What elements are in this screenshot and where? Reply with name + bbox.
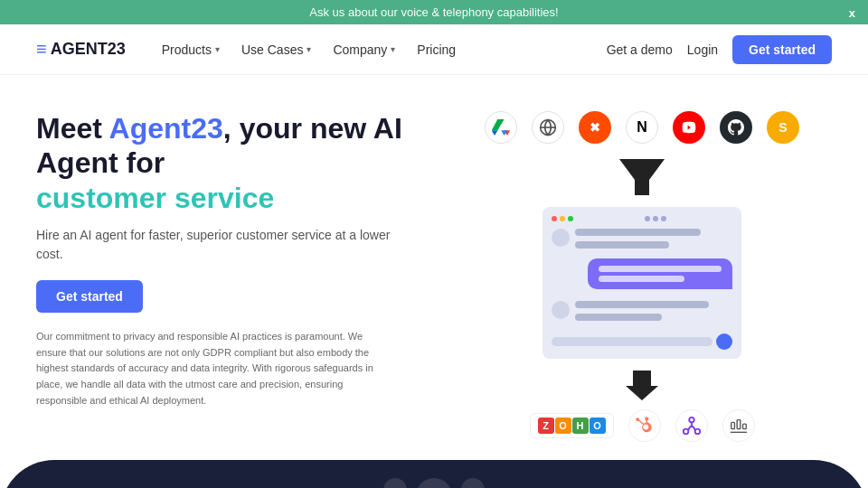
hero-title: Meet Agent23, your new AI Agent for cust… bbox=[36, 111, 416, 215]
logo[interactable]: ≡ AGENT23 bbox=[36, 39, 126, 60]
slides-icon: S bbox=[767, 111, 799, 144]
zapier-icon: ✖ bbox=[579, 111, 611, 144]
nav-products[interactable]: Products ▾ bbox=[162, 42, 220, 57]
hero-section: Meet Agent23, your new AI Agent for cust… bbox=[0, 75, 868, 460]
login-link[interactable]: Login bbox=[687, 42, 718, 57]
hubspot-icon bbox=[628, 409, 661, 442]
webhook-icon bbox=[675, 409, 708, 442]
logo-text: AGENT23 bbox=[51, 40, 126, 59]
window-controls bbox=[552, 216, 573, 221]
service-highlight: customer service bbox=[36, 181, 416, 215]
svg-rect-7 bbox=[731, 422, 734, 428]
privacy-text: Our commitment to privacy and responsibl… bbox=[36, 329, 380, 408]
chevron-down-icon: ▾ bbox=[307, 44, 311, 54]
logo-icon: ≡ bbox=[36, 39, 47, 60]
chat-input[interactable] bbox=[552, 337, 712, 346]
close-dot bbox=[552, 216, 557, 221]
navigation: ≡ AGENT23 Products ▾ Use Cases ▾ Company… bbox=[0, 24, 868, 75]
chat-input-area bbox=[552, 333, 732, 350]
decorative-dots bbox=[383, 478, 485, 488]
send-button[interactable] bbox=[716, 333, 732, 350]
announcement-banner: Ask us about our voice & telephony capab… bbox=[0, 0, 868, 24]
chat-bubble bbox=[588, 258, 732, 289]
dot-2 bbox=[416, 478, 452, 488]
svg-rect-9 bbox=[742, 424, 746, 429]
chat-window-header bbox=[552, 216, 732, 221]
youtube-icon bbox=[673, 111, 705, 144]
github-icon bbox=[720, 111, 752, 144]
google-drive-icon bbox=[485, 111, 517, 144]
nav-pricing[interactable]: Pricing bbox=[417, 42, 456, 57]
hero-subtitle: Hire an AI agent for faster, superior cu… bbox=[36, 226, 416, 264]
minimize-dot bbox=[560, 216, 565, 221]
banner-close-button[interactable]: x bbox=[849, 5, 855, 19]
globe-icon bbox=[532, 111, 564, 144]
hero-left: Meet Agent23, your new AI Agent for cust… bbox=[36, 111, 416, 408]
banner-text: Ask us about our voice & telephony capab… bbox=[309, 5, 558, 19]
main-content: Meet Agent23, your new AI Agent for cust… bbox=[0, 75, 868, 483]
svg-point-4 bbox=[683, 429, 688, 435]
chevron-down-icon: ▾ bbox=[215, 44, 220, 54]
svg-point-5 bbox=[694, 429, 700, 435]
integration-diagram: ✖ N S bbox=[452, 111, 832, 442]
nav-links: Products ▾ Use Cases ▾ Company ▾ Pricing bbox=[162, 42, 607, 57]
target-icons-row: Z O H O bbox=[530, 409, 755, 442]
get-demo-link[interactable]: Get a demo bbox=[607, 42, 673, 57]
brand-highlight: Agent23 bbox=[109, 112, 223, 145]
chevron-down-icon: ▾ bbox=[391, 44, 395, 54]
svg-point-6 bbox=[689, 418, 694, 423]
dot-3 bbox=[461, 478, 485, 488]
chat-preview bbox=[542, 207, 741, 359]
source-icons-row: ✖ N S bbox=[485, 111, 799, 144]
arrow-down-icon bbox=[624, 366, 660, 402]
notion-icon: N bbox=[626, 111, 658, 144]
svg-marker-3 bbox=[626, 371, 658, 400]
svg-rect-8 bbox=[737, 420, 741, 429]
zoho-icon: Z O H O bbox=[530, 413, 614, 438]
api-icon bbox=[722, 409, 755, 442]
svg-marker-2 bbox=[619, 159, 665, 195]
nav-company[interactable]: Company ▾ bbox=[333, 42, 395, 57]
funnel-icon bbox=[615, 155, 669, 200]
get-started-button[interactable]: Get started bbox=[732, 35, 832, 64]
bottom-cta-section: Deliver extraordinary customer experienc… bbox=[0, 460, 868, 488]
nav-actions: Get a demo Login Get started bbox=[607, 35, 832, 64]
hero-cta-button[interactable]: Get started bbox=[36, 280, 143, 313]
dot-1 bbox=[383, 478, 407, 488]
nav-use-cases[interactable]: Use Cases ▾ bbox=[241, 42, 311, 57]
expand-dot bbox=[568, 216, 573, 221]
